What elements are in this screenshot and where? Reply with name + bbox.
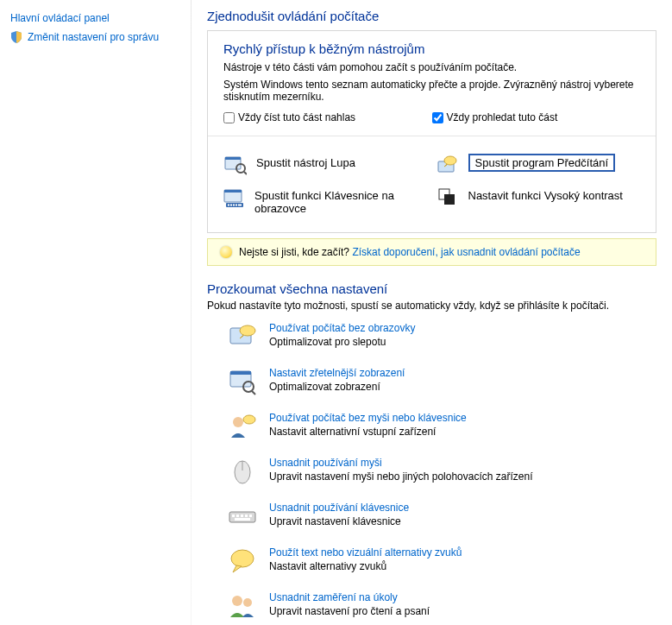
lightbulb-icon [220, 246, 232, 258]
svg-rect-13 [238, 205, 242, 206]
tool-osk[interactable]: Spustit funkci Klávesnice na obrazovce [220, 181, 432, 220]
svg-point-35 [243, 598, 252, 607]
explore-link[interactable]: Usnadnit zaměření na úkoly [269, 591, 430, 603]
page-title: Zjednodušit ovládání počítače [207, 9, 656, 23]
tool-high-contrast-label: Nastavit funkci Vysoký kontrast [468, 186, 623, 202]
keyboard-icon [223, 186, 246, 209]
main-content: Zjednodušit ovládání počítače Rychlý pří… [192, 0, 672, 625]
svg-rect-10 [230, 205, 232, 206]
tool-magnifier[interactable]: Spustit nástroj Lupa [220, 148, 432, 181]
speech-bubble-icon [228, 546, 257, 576]
svg-line-21 [252, 391, 255, 395]
explore-desc-text: Nastavit alternativní vstupní zařízení [269, 426, 436, 438]
checkbox-read-aloud-input[interactable] [223, 112, 235, 123]
tool-high-contrast[interactable]: Nastavit funkci Vysoký kontrast [432, 181, 644, 220]
checkbox-read-aloud[interactable]: Vždy číst tuto část nahlas [223, 111, 432, 123]
high-contrast-icon [436, 186, 460, 209]
sidebar-home-link[interactable]: Hlavní ovládací panel [10, 12, 110, 24]
quick-access-desc1: Nástroje v této části vám pomohou začít … [223, 61, 640, 73]
quick-access-title: Rychlý přístup k běžným nástrojům [223, 41, 640, 56]
tip-bar: Nejste si jisti, kde začít? Získat dopor… [207, 238, 656, 266]
svg-rect-28 [236, 515, 239, 517]
explore-title: Prozkoumat všechna nastavení [207, 281, 656, 296]
tool-osk-label: Spustit funkci Klávesnice na obrazovce [254, 186, 429, 215]
shield-icon [10, 31, 22, 43]
explore-list: Používat počítač bez obrazovky Optimaliz… [207, 322, 656, 621]
narrator-icon [436, 154, 460, 176]
svg-point-17 [240, 325, 255, 336]
quick-access-panel: Rychlý přístup k běžným nástrojům Nástro… [207, 30, 656, 233]
svg-point-5 [444, 156, 456, 165]
tool-narrator[interactable]: Spustit program Předčítání [432, 148, 644, 181]
svg-rect-1 [225, 157, 241, 160]
explore-link[interactable]: Používat počítač bez obrazovky [269, 322, 415, 334]
svg-point-23 [243, 415, 255, 424]
svg-rect-11 [233, 205, 235, 206]
svg-point-22 [233, 417, 243, 427]
sidebar-admin-link[interactable]: Změnit nastavení pro správu [28, 31, 159, 43]
tip-prefix: Nejste si jisti, kde začít? [239, 246, 349, 258]
sidebar: Hlavní ovládací panel Změnit nastavení p… [0, 0, 192, 625]
svg-rect-30 [245, 515, 248, 517]
checkbox-scan-section-label: Vždy prohledat tuto část [447, 111, 558, 123]
svg-rect-31 [249, 515, 252, 517]
svg-point-33 [231, 550, 254, 567]
explore-item-keyboard: Usnadnit používání klávesnice Upravit na… [228, 502, 656, 531]
keyboard-large-icon [228, 502, 257, 531]
explore-item-better-display: Nastavit zřetelnější zobrazení Optimaliz… [228, 367, 656, 396]
explore-link[interactable]: Nastavit zřetelnější zobrazení [269, 367, 405, 379]
explore-link[interactable]: Použít text nebo vizuální alternativy zv… [269, 546, 462, 559]
svg-point-34 [232, 596, 242, 606]
explore-item-no-display: Používat počítač bez obrazovky Optimaliz… [228, 322, 656, 351]
quick-access-desc2: Systém Windows tento seznam automaticky … [223, 79, 640, 103]
explore-link[interactable]: Používat počítač bez myši nebo klávesnic… [269, 412, 467, 424]
checkbox-scan-section-input[interactable] [432, 112, 443, 123]
tool-magnifier-label: Spustit nástroj Lupa [256, 154, 355, 169]
display-magnify-icon [228, 367, 257, 396]
svg-rect-32 [235, 518, 250, 521]
explore-link[interactable]: Usnadnit používání klávesnice [269, 502, 409, 514]
svg-rect-27 [232, 515, 235, 517]
explore-desc: Pokud nastavíte tyto možnosti, spustí se… [207, 300, 656, 312]
tip-link[interactable]: Získat doporučení, jak usnadnit ovládání… [352, 246, 580, 258]
explore-item-focus-tasks: Usnadnit zaměření na úkoly Upravit nasta… [228, 591, 656, 621]
explore-desc-text: Nastavit alternativy zvuků [269, 560, 386, 572]
svg-rect-7 [224, 190, 242, 193]
tool-narrator-label: Spustit program Předčítání [468, 154, 616, 172]
svg-line-3 [244, 172, 247, 174]
svg-rect-19 [230, 371, 251, 375]
tools-grid: Spustit nástroj Lupa Spustit program Pře… [208, 136, 656, 232]
explore-link[interactable]: Usnadnit používání myši [269, 457, 533, 469]
no-display-icon [228, 322, 257, 351]
explore-desc-text: Optimalizovat pro slepotu [269, 336, 386, 348]
explore-desc-text: Upravit nastavení myši nebo jiných poloh… [269, 470, 533, 483]
explore-desc-text: Upravit nastavení klávesnice [269, 515, 401, 527]
explore-desc-text: Optimalizovat zobrazení [269, 381, 380, 393]
explore-desc-text: Upravit nastavení pro čtení a psaní [269, 605, 430, 617]
checkbox-read-aloud-label: Vždy číst tuto část nahlas [238, 111, 355, 123]
svg-rect-12 [236, 205, 237, 206]
explore-item-no-mouse-keyboard: Používat počítač bez myši nebo klávesnic… [228, 412, 656, 441]
svg-rect-29 [241, 515, 243, 517]
mouse-icon [228, 457, 257, 486]
explore-item-sound-alternatives: Použít text nebo vizuální alternativy zv… [228, 546, 656, 576]
magnifier-icon [223, 154, 248, 176]
checkbox-scan-section[interactable]: Vždy prohledat tuto část [432, 111, 641, 123]
person-speech-icon [228, 412, 257, 441]
explore-item-mouse: Usnadnit používání myši Upravit nastaven… [228, 457, 656, 486]
svg-rect-9 [228, 205, 229, 206]
svg-rect-15 [444, 194, 455, 205]
people-icon [228, 591, 257, 621]
